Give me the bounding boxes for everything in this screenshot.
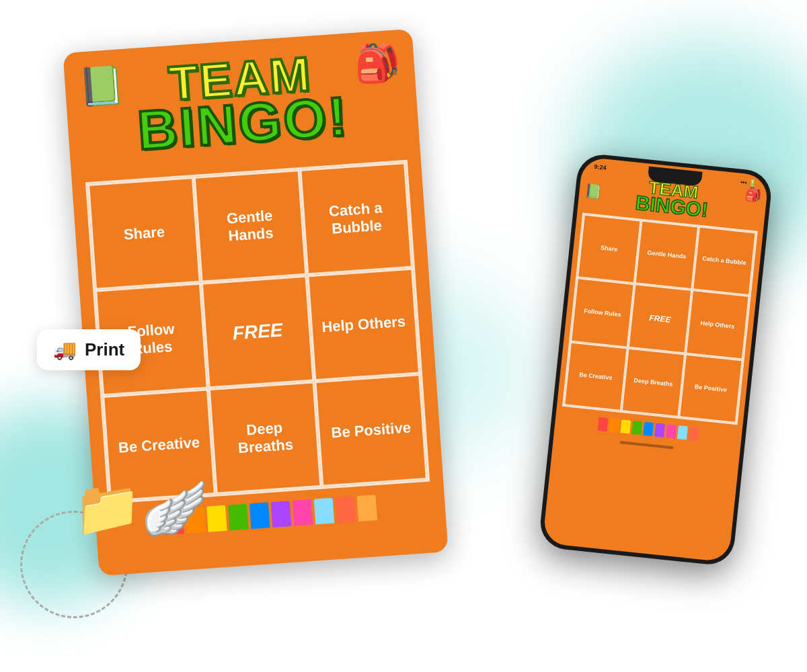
grid-cell-deep-breaths: Deep Breaths [208, 381, 322, 495]
phone-cell-be-creative: Be Creative [564, 341, 627, 411]
print-label: Print [85, 339, 124, 360]
flying-folder-decoration: 📁🪽 [74, 477, 208, 540]
phone-crayon-orange [609, 418, 619, 432]
phone-cell-follow-rules: Follow Rules [570, 278, 634, 347]
phone-screen: 9:24 ▪▪▪ 🔋 📗 TEAM BINGO! 🎒 Share Gentle … [543, 157, 769, 562]
phone-crayon-lightblue [677, 425, 688, 439]
phone-body: 9:24 ▪▪▪ 🔋 📗 TEAM BINGO! 🎒 Share Gentle … [538, 152, 773, 566]
card-title: TEAM BINGO! [133, 47, 350, 159]
grid-cell-share: Share [87, 177, 201, 290]
phone-cell-free: FREE [628, 284, 692, 353]
crayon-coral [336, 496, 356, 523]
phone-crayon-pink [666, 424, 677, 438]
phone-cell-catch-bubble: Catch a Bubble [692, 226, 756, 296]
phone-backpack-icon: 🎒 [744, 186, 762, 204]
phone-crayon-purple [654, 423, 665, 437]
phone-book-icon: 📗 [584, 181, 603, 199]
crayon-lightblue [314, 498, 335, 525]
crayon-amber [356, 495, 377, 521]
truck-icon: 🚚 [53, 339, 77, 361]
phone-crayon-green [631, 421, 642, 435]
crayon-yellow [206, 505, 227, 532]
print-button[interactable]: 🚚 Print [37, 329, 141, 370]
phone-crayon-coral [689, 427, 699, 441]
grid-cell-catch-bubble: Catch a Bubble [299, 162, 413, 276]
phone-crayon-red [597, 417, 608, 431]
bingo-text: BINGO! [136, 89, 350, 159]
phone-home-indicator [620, 441, 674, 449]
phone-crayon-blue [643, 422, 654, 436]
crayon-blue [249, 502, 270, 529]
phone-cell-be-positive: Be Positive [679, 353, 742, 423]
crayon-green [228, 504, 249, 531]
phone-cell-share: Share [577, 214, 641, 284]
phone-cell-deep-breaths: Deep Breaths [621, 347, 685, 417]
phone-bingo-grid: Share Gentle Hands Catch a Bubble Follow… [562, 212, 758, 425]
crayon-purple [271, 501, 292, 528]
book-icon: 📗 [77, 62, 126, 110]
grid-cell-help-others: Help Others [307, 268, 420, 382]
phone-cell-gentle-hands: Gentle Hands [635, 220, 699, 290]
card-header: 📗 TEAM BINGO! 🎒 [77, 43, 407, 169]
backpack-icon: 🎒 [352, 40, 401, 87]
grid-cell-free: FREE [201, 276, 315, 389]
crayon-pink [293, 499, 313, 526]
phone-title: TEAM BINGO! [634, 177, 710, 220]
grid-cell-be-positive: Be Positive [314, 374, 428, 487]
phone-crayon-yellow [620, 419, 631, 433]
phone-wrapper: 9:24 ▪▪▪ 🔋 📗 TEAM BINGO! 🎒 Share Gentle … [538, 152, 773, 566]
phone-cell-help-others: Help Others [685, 290, 749, 360]
grid-cell-gentle-hands: Gentle Hands [194, 169, 307, 283]
